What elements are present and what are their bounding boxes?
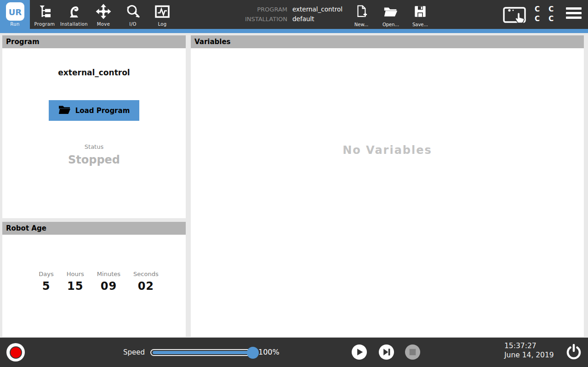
age-days-value: 5 [39,280,53,293]
no-variables-text: No Variables [191,144,584,157]
tab-run[interactable]: UR Run [0,0,30,29]
program-panel-header: Program [2,35,186,48]
save-floppy-icon [413,3,427,22]
accent-strip [0,29,588,33]
folder-icon [58,105,70,117]
hamburger-bar [566,12,582,14]
tab-program-label: Program [34,22,55,27]
variables-panel: Variables No Variables Show Waypoints [191,35,584,337]
age-minutes-value: 09 [97,280,120,293]
tab-installation[interactable]: Installation [59,0,89,29]
stop-button[interactable] [405,344,421,360]
age-seconds-label: Seconds [133,271,159,277]
tab-log-label: Log [158,22,166,27]
polyscope-screen: UR Run Program Installation [0,0,588,367]
status-indicator-cc: C C C C [535,5,557,24]
move-arrows-icon [95,2,112,21]
status-label: Status [2,143,186,150]
hamburger-menu-button[interactable] [566,7,582,19]
load-program-label: Load Program [75,107,130,115]
program-label: PROGRAM [209,6,287,13]
age-days-label: Days [39,271,53,277]
robot-arm-icon [66,2,82,21]
robot-age-header: Robot Age [2,222,186,235]
file-buttons: New... Open... Save... [350,3,432,27]
age-minutes-label: Minutes [97,271,120,277]
step-button[interactable] [378,344,394,360]
variables-panel-body: No Variables Show Waypoints [191,144,584,367]
robot-status-red-icon [10,346,22,359]
age-hours-label: Hours [67,271,84,277]
cc-row-bottom: C C [535,14,557,24]
new-button[interactable]: New... [350,3,373,27]
speed-percent-value: 100% [258,348,280,356]
main-tabs: UR Run Program Installation [0,0,177,29]
tab-io[interactable]: I/O [118,0,148,29]
tab-installation-label: Installation [60,22,88,27]
program-panel-body: external_control Load Program Status Sto… [2,68,186,166]
program-panel: Program external_control Load Program St… [2,35,186,218]
speed-slider-fill [153,351,249,354]
svg-text:UR: UR [8,7,22,17]
robot-age-panel: Robot Age Days 5 Hours 15 Minutes 09 Sec… [2,222,186,337]
io-icon [125,2,141,21]
loaded-program-name: external_control [2,68,186,77]
new-document-icon [354,3,368,22]
play-button[interactable] [351,344,367,360]
content-area: Program external_control Load Program St… [0,33,588,338]
top-toolbar: UR Run Program Installation [0,0,588,29]
tab-program[interactable]: Program [30,0,59,29]
age-seconds-value: 02 [133,280,159,293]
tablet-touch-icon [503,18,527,27]
age-hours-value: 15 [67,280,84,293]
speed-slider[interactable] [150,349,256,356]
installation-value: default [292,15,343,23]
new-button-label: New... [354,22,368,27]
program-tree-icon [36,2,53,21]
open-folder-icon [383,3,399,22]
hamburger-bar [566,17,582,19]
initialize-robot-button[interactable] [6,343,25,361]
tab-io-label: I/O [129,22,136,27]
age-unit-minutes: Minutes 09 [97,271,120,293]
clock-date: June 14, 2019 [504,350,554,360]
save-button[interactable]: Save... [409,3,432,27]
load-program-button[interactable]: Load Program [49,100,139,121]
status-value: Stopped [2,153,186,166]
speed-slider-handle[interactable] [247,347,259,359]
open-button[interactable]: Open... [379,3,402,27]
robot-age-body: Days 5 Hours 15 Minutes 09 Seconds 02 [2,235,186,293]
variables-panel-header: Variables [191,35,584,48]
age-unit-days: Days 5 [39,271,53,293]
clock: 15:37:27 June 14, 2019 [504,341,554,360]
clock-time: 15:37:27 [504,341,554,350]
tab-move-label: Move [97,22,110,27]
tab-run-label: Run [10,22,19,27]
hamburger-bar [566,7,582,10]
loaded-file-info: PROGRAM external_control INSTALLATION de… [209,6,343,23]
save-button-label: Save... [412,22,428,27]
bottom-bar: Speed 100% 15:37:27 June 14, 2019 [0,338,588,367]
power-icon [565,343,583,361]
age-unit-hours: Hours 15 [67,271,84,293]
speed-label: Speed [113,348,145,356]
cc-row-top: C C [535,5,557,14]
open-button-label: Open... [382,22,399,27]
shutdown-button[interactable] [565,343,583,361]
program-value: external_control [292,6,343,13]
tab-log[interactable]: Log [148,0,177,29]
ur-logo-icon: UR [6,2,24,21]
touchscreen-button[interactable] [503,6,527,27]
installation-label: INSTALLATION [209,16,287,23]
age-unit-seconds: Seconds 02 [133,271,159,293]
log-chart-icon [154,2,171,21]
tab-move[interactable]: Move [89,0,118,29]
